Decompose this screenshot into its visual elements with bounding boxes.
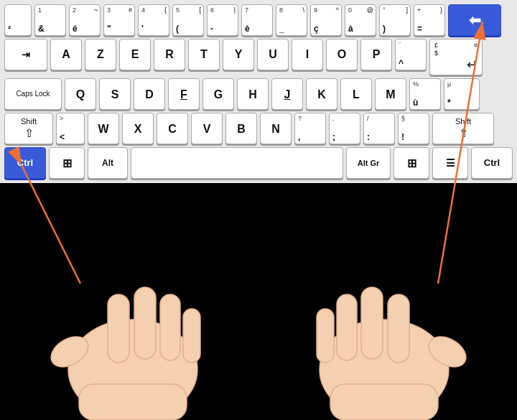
key-space[interactable] xyxy=(131,147,343,179)
key-shift-left[interactable]: Shift ⇧ xyxy=(4,113,53,144)
key-perc[interactable]: % ù xyxy=(409,78,441,110)
key-alt[interactable]: Alt xyxy=(88,147,128,179)
key-7[interactable]: 7 è xyxy=(241,4,273,36)
key-1[interactable]: 1 & xyxy=(34,4,66,36)
key-F[interactable]: F xyxy=(168,78,200,110)
key-9[interactable]: 9 ^ ç xyxy=(310,4,342,36)
key-M[interactable]: M xyxy=(375,78,406,110)
svg-rect-10 xyxy=(317,309,334,363)
key-6[interactable]: 6 | - xyxy=(207,4,238,36)
key-L[interactable]: L xyxy=(340,78,372,110)
key-rpar[interactable]: ° ] ) xyxy=(379,4,411,36)
key-E[interactable]: E xyxy=(119,39,151,70)
key-sup2[interactable]: ² xyxy=(4,4,32,36)
key-S[interactable]: S xyxy=(99,78,131,110)
key-Z[interactable]: Z xyxy=(85,39,116,70)
key-N[interactable]: N xyxy=(260,113,292,144)
key-circ[interactable]: ¨ ^ xyxy=(395,39,427,70)
key-menu[interactable]: ☰ xyxy=(432,147,468,179)
key-mu[interactable]: µ * xyxy=(444,78,480,110)
key-O[interactable]: O xyxy=(326,39,358,70)
key-X[interactable]: X xyxy=(122,113,154,144)
key-R[interactable]: R xyxy=(154,39,185,70)
key-4[interactable]: 4 { ' xyxy=(138,4,169,36)
key-A[interactable]: A xyxy=(50,39,82,70)
svg-rect-6 xyxy=(183,309,200,363)
key-win-left[interactable]: ⊞ xyxy=(49,147,85,179)
key-tab[interactable]: ⇥ xyxy=(4,39,47,70)
key-K[interactable]: K xyxy=(306,78,337,110)
svg-rect-14 xyxy=(330,384,438,420)
key-row-4: Shift ⇧ > < W X C V B N ? , . ; / : § ! … xyxy=(4,113,513,144)
key-C[interactable]: C xyxy=(157,113,188,144)
keyboard: ² 1 & 2 ~ é 3 # " 4 { ' 5 [ ( 6 | - xyxy=(0,0,517,189)
key-enter[interactable]: £ ¤ $ ↵ xyxy=(429,39,483,75)
svg-rect-12 xyxy=(361,287,383,359)
key-T[interactable]: T xyxy=(188,39,220,70)
svg-rect-4 xyxy=(134,287,156,359)
key-comma[interactable]: ? , xyxy=(294,113,326,144)
key-H[interactable]: H xyxy=(237,78,269,110)
key-backspace[interactable]: ⬅ xyxy=(448,4,501,36)
key-ctrl-left[interactable]: Ctrl xyxy=(4,147,46,179)
svg-rect-3 xyxy=(108,294,129,363)
key-D[interactable]: D xyxy=(134,78,165,110)
key-8[interactable]: 8 \ _ xyxy=(276,4,307,36)
key-capslock[interactable]: Caps Lock xyxy=(4,78,62,110)
key-row-3: Caps Lock Q S D F G H J K L M % ù µ * xyxy=(4,78,513,110)
key-shift-right[interactable]: Shift ⇧ xyxy=(432,113,494,144)
key-row-2: ⇥ A Z E R T Y U I O P ¨ ^ £ ¤ $ ↵ xyxy=(4,39,513,75)
key-row-1: ² 1 & 2 ~ é 3 # " 4 { ' 5 [ ( 6 | - xyxy=(4,4,513,36)
key-3[interactable]: 3 # " xyxy=(103,4,135,36)
key-G[interactable]: G xyxy=(202,78,234,110)
key-V[interactable]: V xyxy=(191,113,223,144)
hands-illustration xyxy=(0,183,517,420)
key-win-right[interactable]: ⊞ xyxy=(393,147,429,179)
key-B[interactable]: B xyxy=(225,113,257,144)
key-5[interactable]: 5 [ ( xyxy=(172,4,204,36)
key-Q[interactable]: Q xyxy=(65,78,96,110)
key-row-5: Ctrl ⊞ Alt Alt Gr ⊞ ☰ Ctrl xyxy=(4,147,513,179)
key-0[interactable]: 0 @ à xyxy=(345,4,376,36)
key-P[interactable]: P xyxy=(360,39,392,70)
svg-rect-7 xyxy=(79,384,187,420)
key-altgr[interactable]: Alt Gr xyxy=(346,147,391,179)
key-semi[interactable]: . ; xyxy=(329,113,360,144)
key-gt[interactable]: > < xyxy=(56,113,85,144)
key-I[interactable]: I xyxy=(292,39,323,70)
key-W[interactable]: W xyxy=(88,113,119,144)
svg-rect-11 xyxy=(337,294,357,360)
svg-rect-5 xyxy=(160,294,180,360)
key-Y[interactable]: Y xyxy=(223,39,254,70)
key-J[interactable]: J xyxy=(271,78,303,110)
svg-rect-13 xyxy=(388,294,409,363)
key-2[interactable]: 2 ~ é xyxy=(69,4,101,36)
key-ctrl-right[interactable]: Ctrl xyxy=(471,147,513,179)
key-eq[interactable]: + } = xyxy=(414,4,445,36)
key-colon[interactable]: / : xyxy=(363,113,395,144)
key-U[interactable]: U xyxy=(257,39,289,70)
key-excl[interactable]: § ! xyxy=(398,113,429,144)
